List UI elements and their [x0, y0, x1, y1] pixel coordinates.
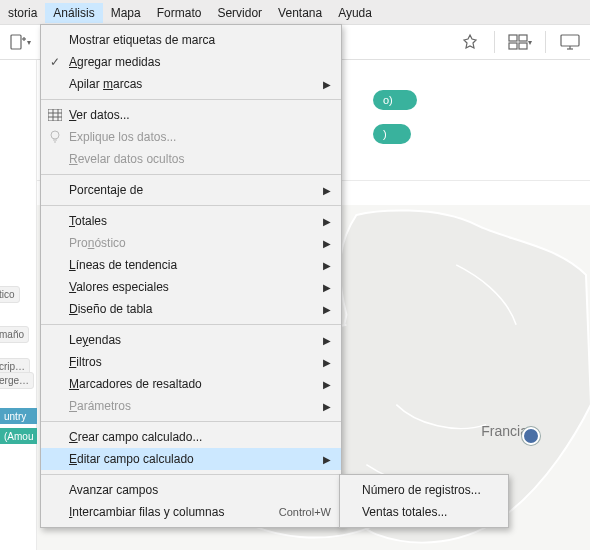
- submenu-arrow-icon: ▶: [319, 260, 331, 271]
- panel-chip: tico: [0, 286, 20, 303]
- analisis-dropdown: Mostrar etiquetas de marca ✓Agregar medi…: [40, 24, 342, 528]
- submenu-ventas-totales[interactable]: Ventas totales...: [340, 501, 508, 523]
- submenu-arrow-icon: ▶: [319, 79, 331, 90]
- separator: [545, 31, 546, 53]
- separator: [41, 474, 341, 475]
- menu-revelar-ocultos: Revelar datos ocultos: [41, 148, 341, 170]
- menu-servidor[interactable]: Servidor: [209, 3, 270, 23]
- shelf-pill[interactable]: ): [373, 124, 411, 144]
- menu-agregar-medidas[interactable]: ✓Agregar medidas: [41, 51, 341, 73]
- svg-rect-11: [48, 109, 62, 121]
- submenu-arrow-icon: ▶: [319, 357, 331, 368]
- menu-analisis[interactable]: Análisis: [45, 3, 102, 23]
- svg-rect-3: [509, 35, 517, 41]
- shelf-pill[interactable]: o): [373, 90, 417, 110]
- table-icon: [41, 109, 69, 121]
- menu-ver-datos[interactable]: Ver datos...: [41, 104, 341, 126]
- menu-porcentaje[interactable]: Porcentaje de▶: [41, 179, 341, 201]
- menu-intercambiar[interactable]: Intercambiar filas y columnasControl+W: [41, 501, 341, 523]
- pin-icon[interactable]: [456, 28, 484, 56]
- menu-ventana[interactable]: Ventana: [270, 3, 330, 23]
- svg-rect-6: [519, 43, 527, 49]
- shortcut-text: Control+W: [269, 506, 331, 518]
- map-datapoint[interactable]: [522, 427, 540, 445]
- submenu-arrow-icon: ▶: [319, 304, 331, 315]
- map-label-francia: Francia: [481, 423, 528, 439]
- menu-totales[interactable]: Totales▶: [41, 210, 341, 232]
- presentation-icon[interactable]: [556, 28, 584, 56]
- new-sheet-button[interactable]: ▾: [6, 28, 34, 56]
- svg-rect-0: [11, 35, 21, 49]
- submenu-numero-registros[interactable]: Número de registros...: [340, 479, 508, 501]
- separator: [41, 174, 341, 175]
- submenu-arrow-icon: ▶: [319, 379, 331, 390]
- menu-diseno-tabla[interactable]: Diseño de tabla▶: [41, 298, 341, 320]
- svg-point-16: [51, 131, 59, 139]
- menu-leyendas[interactable]: Leyendas▶: [41, 329, 341, 351]
- left-panel: tico maño crip… erge… untry (Amou: [0, 60, 37, 550]
- menu-pronostico: Pronóstico▶: [41, 232, 341, 254]
- menu-filtros[interactable]: Filtros▶: [41, 351, 341, 373]
- separator: [494, 31, 495, 53]
- panel-chip: erge…: [0, 372, 34, 389]
- bulb-icon: [41, 130, 69, 144]
- view-mode-group: ▾: [505, 27, 535, 57]
- check-icon: ✓: [41, 55, 69, 69]
- menubar: storia Análisis Mapa Formato Servidor Ve…: [0, 0, 590, 25]
- submenu-arrow-icon: ▶: [319, 454, 331, 465]
- svg-rect-5: [509, 43, 517, 49]
- menu-formato[interactable]: Formato: [149, 3, 210, 23]
- submenu-arrow-icon: ▶: [319, 335, 331, 346]
- separator: [41, 99, 341, 100]
- separator: [41, 205, 341, 206]
- separator: [41, 421, 341, 422]
- submenu-arrow-icon: ▶: [319, 185, 331, 196]
- show-me-icon[interactable]: ▾: [505, 27, 535, 57]
- separator: [41, 324, 341, 325]
- panel-chip: maño: [0, 326, 29, 343]
- submenu-arrow-icon: ▶: [319, 401, 331, 412]
- submenu-arrow-icon: ▶: [319, 238, 331, 249]
- menu-explique-datos: Explique los datos...: [41, 126, 341, 148]
- menu-lineas-tendencia[interactable]: Líneas de tendencia▶: [41, 254, 341, 276]
- svg-rect-4: [519, 35, 527, 41]
- submenu-arrow-icon: ▶: [319, 216, 331, 227]
- editar-campo-submenu: Número de registros... Ventas totales...: [339, 474, 509, 528]
- menu-mostrar-etiquetas[interactable]: Mostrar etiquetas de marca: [41, 29, 341, 51]
- menu-ayuda[interactable]: Ayuda: [330, 3, 380, 23]
- menu-marcadores-resaltado[interactable]: Marcadores de resaltado▶: [41, 373, 341, 395]
- submenu-arrow-icon: ▶: [319, 282, 331, 293]
- menu-valores-especiales[interactable]: Valores especiales▶: [41, 276, 341, 298]
- svg-rect-7: [561, 35, 579, 46]
- menu-editar-campo-calculado[interactable]: Editar campo calculado▶: [41, 448, 341, 470]
- menu-apilar-marcas[interactable]: Apilar marcas▶: [41, 73, 341, 95]
- menu-parametros: Parámetros▶: [41, 395, 341, 417]
- menu-mapa[interactable]: Mapa: [103, 3, 149, 23]
- menu-historia[interactable]: storia: [0, 3, 45, 23]
- menu-crear-campo-calculado[interactable]: Crear campo calculado...: [41, 426, 341, 448]
- menu-avanzar-campos[interactable]: Avanzar campos: [41, 479, 341, 501]
